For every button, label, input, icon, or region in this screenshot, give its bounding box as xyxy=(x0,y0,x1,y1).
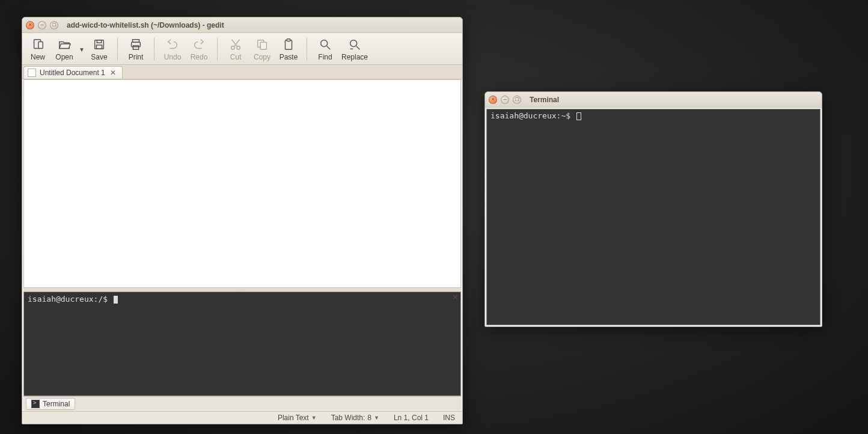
open-recent-dropdown[interactable]: ▼ xyxy=(78,35,86,63)
toolbar-label: Redo xyxy=(191,53,208,61)
save-icon xyxy=(92,37,106,52)
copy-button[interactable]: Copy xyxy=(249,35,275,63)
toolbar-label: Replace xyxy=(341,53,368,61)
maximize-button[interactable]: □ xyxy=(513,96,521,104)
print-icon xyxy=(129,37,143,52)
cursor-icon xyxy=(576,112,581,120)
bottom-tab-terminal[interactable]: Terminal xyxy=(26,398,75,410)
replace-button[interactable]: Replace xyxy=(338,35,371,63)
gedit-toolbar: New Open ▼ Save Print xyxy=(22,33,462,65)
minimize-button[interactable]: – xyxy=(38,21,46,29)
window-title: Terminal xyxy=(530,96,559,104)
redo-icon xyxy=(192,37,206,52)
statusbar: Plain Text ▼ Tab Width: 8 ▼ Ln 1, Col 1 … xyxy=(22,411,462,424)
terminal-icon xyxy=(31,400,40,408)
tab-width-value: 8 xyxy=(367,414,371,422)
tab-width-selector[interactable]: Tab Width: 8 ▼ xyxy=(331,414,379,422)
chevron-down-icon: ▼ xyxy=(311,415,317,421)
toolbar-label: Save xyxy=(91,53,107,61)
syntax-label: Plain Text xyxy=(278,414,309,422)
cursor-icon xyxy=(114,296,118,304)
toolbar-label: Open xyxy=(55,53,73,61)
print-button[interactable]: Print xyxy=(123,35,149,63)
bottom-tab-label: Terminal xyxy=(43,400,70,408)
toolbar-label: Cut xyxy=(230,53,242,61)
embedded-terminal-pane: ✕ isaiah@ducreux:/$ xyxy=(23,292,461,396)
new-button[interactable]: New xyxy=(25,35,51,63)
redo-button[interactable]: Redo xyxy=(186,35,212,63)
insert-mode: INS xyxy=(443,414,455,422)
svg-rect-4 xyxy=(96,45,102,49)
cut-icon xyxy=(228,37,243,52)
tab-width-label: Tab Width: xyxy=(331,414,365,422)
terminal-window: × – □ Terminal isaiah@ducreux:~$ xyxy=(484,91,822,327)
embedded-terminal[interactable]: isaiah@ducreux:/$ xyxy=(23,292,461,396)
cut-button[interactable]: Cut xyxy=(222,35,249,63)
svg-rect-11 xyxy=(260,42,266,49)
open-button[interactable]: Open xyxy=(51,35,78,63)
syntax-selector[interactable]: Plain Text ▼ xyxy=(278,414,317,422)
window-title: add-wicd-to-whitelist.sh (~/Downloads) -… xyxy=(67,21,224,29)
chevron-down-icon: ▼ xyxy=(374,415,379,421)
document-tab[interactable]: Untitled Document 1 ✕ xyxy=(23,66,123,79)
search-icon xyxy=(318,37,332,52)
document-icon xyxy=(28,69,36,77)
maximize-button[interactable]: □ xyxy=(50,21,58,29)
svg-rect-13 xyxy=(287,39,290,41)
terminal-prompt: isaiah@ducreux:/$ xyxy=(28,295,112,304)
svg-point-15 xyxy=(350,40,357,47)
paste-button[interactable]: Paste xyxy=(275,35,302,63)
toolbar-label: New xyxy=(31,53,45,61)
toolbar-label: Find xyxy=(318,53,332,61)
pane-close-button[interactable]: ✕ xyxy=(452,293,459,302)
document-tabstrip: Untitled Document 1 ✕ xyxy=(22,65,462,79)
gedit-titlebar[interactable]: × – □ add-wicd-to-whitelist.sh (~/Downlo… xyxy=(22,17,462,33)
document-tab-label: Untitled Document 1 xyxy=(40,69,105,77)
toolbar-label: Undo xyxy=(164,53,182,61)
undo-button[interactable]: Undo xyxy=(159,35,186,63)
svg-rect-7 xyxy=(133,46,138,49)
close-button[interactable]: × xyxy=(26,21,34,29)
minimize-button[interactable]: – xyxy=(501,96,509,104)
cursor-position: Ln 1, Col 1 xyxy=(394,414,429,422)
replace-icon xyxy=(347,37,362,52)
open-icon xyxy=(57,37,72,52)
toolbar-label: Copy xyxy=(254,53,270,61)
gedit-window: × – □ add-wicd-to-whitelist.sh (~/Downlo… xyxy=(22,17,463,424)
terminal-body[interactable]: isaiah@ducreux:~$ xyxy=(486,109,821,325)
svg-point-14 xyxy=(321,40,328,47)
undo-icon xyxy=(165,37,180,52)
paste-icon xyxy=(281,37,296,52)
copy-icon xyxy=(255,37,269,52)
svg-rect-3 xyxy=(97,40,101,43)
find-button[interactable]: Find xyxy=(312,35,338,63)
new-file-icon xyxy=(31,37,45,52)
terminal-prompt: isaiah@ducreux:~$ xyxy=(491,111,575,120)
save-button[interactable]: Save xyxy=(86,35,112,63)
terminal-titlebar[interactable]: × – □ Terminal xyxy=(485,92,822,108)
tab-close-button[interactable]: ✕ xyxy=(109,69,117,77)
toolbar-label: Paste xyxy=(280,53,298,61)
svg-rect-1 xyxy=(38,41,43,48)
close-button[interactable]: × xyxy=(489,96,497,104)
bottom-panel-tabstrip: Terminal xyxy=(23,396,461,411)
editor-area[interactable] xyxy=(23,79,461,288)
toolbar-label: Print xyxy=(129,53,144,61)
